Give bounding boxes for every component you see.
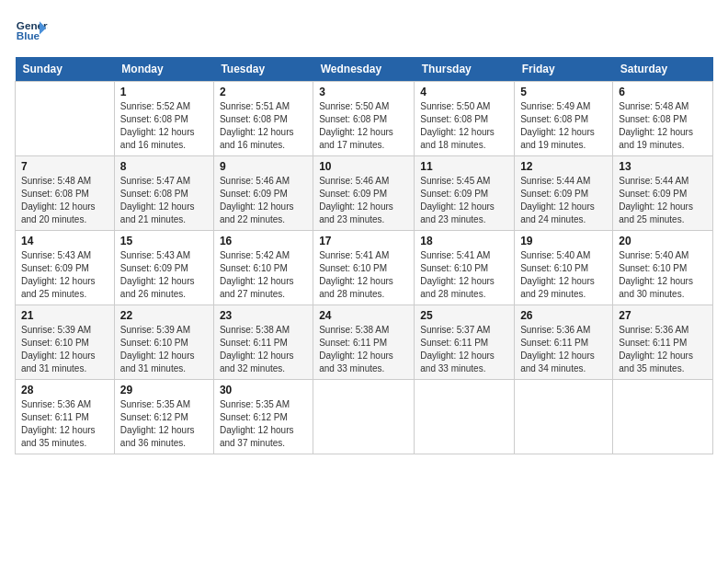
day-info: Sunrise: 5:41 AMSunset: 6:10 PMDaylight:… (420, 249, 508, 301)
calendar-day-cell: 17Sunrise: 5:41 AMSunset: 6:10 PMDayligh… (313, 231, 415, 305)
day-number: 6 (619, 86, 707, 98)
calendar-day-cell: 22Sunrise: 5:39 AMSunset: 6:10 PMDayligh… (114, 305, 213, 380)
day-number: 21 (21, 309, 108, 322)
day-number: 12 (520, 160, 607, 173)
day-number: 29 (120, 384, 208, 396)
calendar-day-cell: 4Sunrise: 5:50 AMSunset: 6:08 PMDaylight… (415, 82, 515, 156)
calendar-day-cell: 13Sunrise: 5:44 AMSunset: 6:09 PMDayligh… (613, 156, 713, 231)
calendar-day-cell: 5Sunrise: 5:49 AMSunset: 6:08 PMDaylight… (515, 82, 613, 156)
weekday-header-cell: Wednesday (313, 57, 415, 82)
day-info: Sunrise: 5:38 AMSunset: 6:11 PMDaylight:… (220, 324, 307, 375)
calendar-week-row: 21Sunrise: 5:39 AMSunset: 6:10 PMDayligh… (16, 305, 713, 380)
day-number: 19 (520, 235, 607, 247)
weekday-header-cell: Friday (515, 57, 613, 82)
day-number: 9 (220, 160, 307, 173)
logo-icon: General Blue (15, 15, 48, 48)
day-number: 23 (220, 309, 307, 322)
calendar-day-cell: 18Sunrise: 5:41 AMSunset: 6:10 PMDayligh… (415, 231, 515, 305)
weekday-header-cell: Monday (114, 57, 213, 82)
day-info: Sunrise: 5:46 AMSunset: 6:09 PMDaylight:… (220, 175, 307, 226)
calendar-day-cell: 3Sunrise: 5:50 AMSunset: 6:08 PMDaylight… (313, 82, 415, 156)
day-number: 26 (520, 309, 607, 322)
calendar-day-cell: 20Sunrise: 5:40 AMSunset: 6:10 PMDayligh… (613, 231, 713, 305)
calendar-week-row: 28Sunrise: 5:36 AMSunset: 6:11 PMDayligh… (16, 380, 713, 454)
svg-text:Blue: Blue (17, 29, 40, 41)
day-info: Sunrise: 5:43 AMSunset: 6:09 PMDaylight:… (120, 249, 208, 301)
day-info: Sunrise: 5:49 AMSunset: 6:08 PMDaylight:… (520, 100, 607, 152)
calendar-day-cell: 14Sunrise: 5:43 AMSunset: 6:09 PMDayligh… (16, 231, 115, 305)
day-info: Sunrise: 5:36 AMSunset: 6:11 PMDaylight:… (619, 324, 707, 375)
day-number: 18 (420, 235, 508, 247)
day-info: Sunrise: 5:50 AMSunset: 6:08 PMDaylight:… (319, 100, 408, 152)
calendar-day-cell: 23Sunrise: 5:38 AMSunset: 6:11 PMDayligh… (213, 305, 313, 380)
day-info: Sunrise: 5:48 AMSunset: 6:08 PMDaylight:… (21, 175, 108, 226)
day-number: 1 (120, 86, 208, 98)
calendar-week-row: 14Sunrise: 5:43 AMSunset: 6:09 PMDayligh… (16, 231, 713, 305)
day-number: 30 (220, 384, 307, 396)
day-info: Sunrise: 5:39 AMSunset: 6:10 PMDaylight:… (21, 324, 108, 375)
day-number: 22 (120, 309, 208, 322)
calendar-day-cell (613, 380, 713, 454)
day-number: 5 (520, 86, 607, 98)
day-info: Sunrise: 5:38 AMSunset: 6:11 PMDaylight:… (319, 324, 408, 375)
day-info: Sunrise: 5:44 AMSunset: 6:09 PMDaylight:… (619, 175, 707, 226)
day-info: Sunrise: 5:36 AMSunset: 6:11 PMDaylight:… (520, 324, 607, 375)
day-number: 24 (319, 309, 408, 322)
day-info: Sunrise: 5:47 AMSunset: 6:08 PMDaylight:… (120, 175, 208, 226)
calendar-day-cell: 7Sunrise: 5:48 AMSunset: 6:08 PMDaylight… (16, 156, 115, 231)
day-number: 7 (21, 160, 108, 173)
calendar-day-cell: 15Sunrise: 5:43 AMSunset: 6:09 PMDayligh… (114, 231, 213, 305)
day-info: Sunrise: 5:50 AMSunset: 6:08 PMDaylight:… (420, 100, 508, 152)
calendar-day-cell: 1Sunrise: 5:52 AMSunset: 6:08 PMDaylight… (114, 82, 213, 156)
day-number: 16 (220, 235, 307, 247)
day-info: Sunrise: 5:45 AMSunset: 6:09 PMDaylight:… (420, 175, 508, 226)
calendar-day-cell: 19Sunrise: 5:40 AMSunset: 6:10 PMDayligh… (515, 231, 613, 305)
calendar-day-cell: 27Sunrise: 5:36 AMSunset: 6:11 PMDayligh… (613, 305, 713, 380)
day-info: Sunrise: 5:37 AMSunset: 6:11 PMDaylight:… (420, 324, 508, 375)
day-info: Sunrise: 5:39 AMSunset: 6:10 PMDaylight:… (120, 324, 208, 375)
day-info: Sunrise: 5:40 AMSunset: 6:10 PMDaylight:… (619, 249, 707, 301)
calendar-table: SundayMondayTuesdayWednesdayThursdayFrid… (15, 57, 713, 454)
day-info: Sunrise: 5:35 AMSunset: 6:12 PMDaylight:… (220, 398, 307, 450)
weekday-header-cell: Tuesday (213, 57, 313, 82)
day-number: 28 (21, 384, 108, 396)
day-info: Sunrise: 5:42 AMSunset: 6:10 PMDaylight:… (220, 249, 307, 301)
day-number: 3 (319, 86, 408, 98)
calendar-day-cell (515, 380, 613, 454)
day-number: 14 (21, 235, 108, 247)
day-number: 25 (420, 309, 508, 322)
day-number: 2 (220, 86, 307, 98)
day-number: 4 (420, 86, 508, 98)
calendar-day-cell: 8Sunrise: 5:47 AMSunset: 6:08 PMDaylight… (114, 156, 213, 231)
calendar-day-cell: 29Sunrise: 5:35 AMSunset: 6:12 PMDayligh… (114, 380, 213, 454)
calendar-day-cell (415, 380, 515, 454)
calendar-body: 1Sunrise: 5:52 AMSunset: 6:08 PMDaylight… (16, 82, 713, 454)
page-header: General Blue (15, 15, 713, 48)
calendar-day-cell: 16Sunrise: 5:42 AMSunset: 6:10 PMDayligh… (213, 231, 313, 305)
day-number: 8 (120, 160, 208, 173)
day-info: Sunrise: 5:51 AMSunset: 6:08 PMDaylight:… (220, 100, 307, 152)
day-info: Sunrise: 5:44 AMSunset: 6:09 PMDaylight:… (520, 175, 607, 226)
calendar-day-cell: 9Sunrise: 5:46 AMSunset: 6:09 PMDaylight… (213, 156, 313, 231)
weekday-header-cell: Saturday (613, 57, 713, 82)
day-info: Sunrise: 5:35 AMSunset: 6:12 PMDaylight:… (120, 398, 208, 450)
day-info: Sunrise: 5:41 AMSunset: 6:10 PMDaylight:… (319, 249, 408, 301)
calendar-day-cell: 26Sunrise: 5:36 AMSunset: 6:11 PMDayligh… (515, 305, 613, 380)
day-info: Sunrise: 5:46 AMSunset: 6:09 PMDaylight:… (319, 175, 408, 226)
weekday-header-cell: Sunday (16, 57, 115, 82)
day-info: Sunrise: 5:36 AMSunset: 6:11 PMDaylight:… (21, 398, 108, 450)
calendar-day-cell: 11Sunrise: 5:45 AMSunset: 6:09 PMDayligh… (415, 156, 515, 231)
day-number: 20 (619, 235, 707, 247)
calendar-week-row: 1Sunrise: 5:52 AMSunset: 6:08 PMDaylight… (16, 82, 713, 156)
day-number: 13 (619, 160, 707, 173)
day-number: 11 (420, 160, 508, 173)
calendar-day-cell: 2Sunrise: 5:51 AMSunset: 6:08 PMDaylight… (213, 82, 313, 156)
calendar-day-cell (313, 380, 415, 454)
calendar-day-cell: 6Sunrise: 5:48 AMSunset: 6:08 PMDaylight… (613, 82, 713, 156)
calendar-day-cell: 21Sunrise: 5:39 AMSunset: 6:10 PMDayligh… (16, 305, 115, 380)
day-info: Sunrise: 5:52 AMSunset: 6:08 PMDaylight:… (120, 100, 208, 152)
calendar-day-cell: 12Sunrise: 5:44 AMSunset: 6:09 PMDayligh… (515, 156, 613, 231)
day-number: 27 (619, 309, 707, 322)
calendar-day-cell: 24Sunrise: 5:38 AMSunset: 6:11 PMDayligh… (313, 305, 415, 380)
calendar-day-cell: 25Sunrise: 5:37 AMSunset: 6:11 PMDayligh… (415, 305, 515, 380)
